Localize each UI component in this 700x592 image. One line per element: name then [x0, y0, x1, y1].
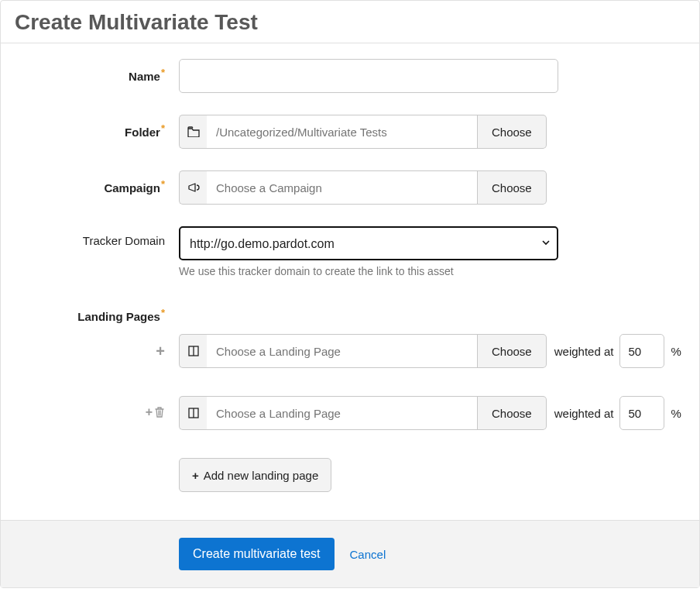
landing-page-input-2[interactable] — [207, 396, 478, 430]
name-input[interactable] — [179, 59, 558, 93]
megaphone-icon — [179, 170, 207, 205]
landing-page-choose-button-1[interactable]: Choose — [478, 334, 547, 368]
tracker-domain-help: We use this tracker domain to create the… — [179, 265, 685, 277]
label-tracker-domain: Tracker Domain — [15, 226, 179, 247]
row-landing-pages-label: Landing Pages* — [15, 299, 685, 323]
plus-icon[interactable]: + — [156, 343, 165, 359]
percent-label: % — [671, 345, 681, 358]
tracker-domain-select[interactable]: http://go.demo.pardot.com — [179, 226, 558, 260]
landing-page-row: + Choose weighted at % — [15, 334, 685, 368]
plus-icon[interactable]: + — [146, 406, 153, 418]
landing-page-row: + Choose weighted at % — [15, 396, 685, 430]
cancel-link[interactable]: Cancel — [350, 548, 386, 561]
row-name: Name* — [15, 59, 685, 93]
percent-label: % — [671, 407, 681, 420]
landing-page-choose-button-2[interactable]: Choose — [478, 396, 547, 430]
folder-icon — [179, 115, 207, 149]
folder-input[interactable] — [207, 115, 478, 149]
plus-icon: + — [192, 469, 199, 482]
row-folder: Folder* Choose — [15, 115, 685, 149]
add-landing-page-button[interactable]: + Add new landing page — [179, 458, 331, 492]
row-tracker-domain: Tracker Domain http://go.demo.pardot.com… — [15, 226, 685, 277]
row-add-landing-page: + Add new landing page — [15, 458, 685, 492]
weighted-at-label: weighted at — [554, 407, 614, 420]
weighted-at-label: weighted at — [554, 345, 614, 358]
label-name: Name* — [15, 59, 179, 83]
page-title: Create Multivariate Test — [1, 1, 699, 43]
weight-input-1[interactable] — [619, 334, 664, 368]
trash-icon[interactable] — [154, 406, 165, 418]
columns-icon — [179, 334, 207, 368]
folder-choose-button[interactable]: Choose — [478, 115, 547, 149]
label-folder: Folder* — [15, 115, 179, 139]
actions-bar: Create multivariate test Cancel — [1, 520, 699, 587]
landing-page-input-1[interactable] — [207, 334, 478, 368]
row-campaign: Campaign* Choose — [15, 170, 685, 205]
landing-page-controls: + — [156, 343, 165, 359]
campaign-choose-button[interactable]: Choose — [478, 170, 547, 205]
label-landing-pages: Landing Pages* — [15, 299, 179, 323]
campaign-input[interactable] — [207, 170, 478, 205]
submit-button[interactable]: Create multivariate test — [179, 538, 335, 570]
weight-input-2[interactable] — [619, 396, 664, 430]
label-campaign: Campaign* — [15, 170, 179, 194]
columns-icon — [179, 396, 207, 430]
landing-page-controls: + — [146, 406, 165, 418]
